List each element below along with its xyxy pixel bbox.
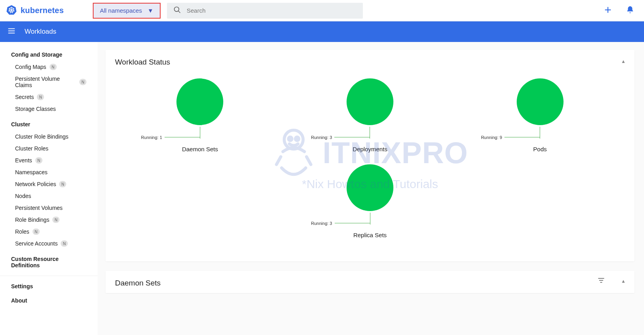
sidebar[interactable]: Config and Storage Config MapsN Persiste…: [0, 42, 98, 335]
sidebar-heading-config-storage[interactable]: Config and Storage: [0, 48, 98, 61]
chart-status-label: Running: 1: [141, 135, 162, 140]
chart-name: Deployments: [353, 146, 387, 152]
sidebar-heading-cluster[interactable]: Cluster: [0, 118, 98, 131]
sidebar-item-label: Network Policies: [15, 181, 56, 187]
sidebar-item-label: Persistent Volume Claims: [15, 76, 76, 88]
menu-toggle-button[interactable]: [7, 27, 16, 37]
sidebar-item-label: Cluster Roles: [15, 145, 48, 152]
namespaced-badge: N: [33, 228, 40, 235]
svg-line-10: [178, 11, 180, 13]
search-icon: [173, 6, 181, 15]
filter-button[interactable]: [597, 276, 605, 286]
sidebar-item-pvc[interactable]: Persistent Volume ClaimsN: [0, 73, 98, 91]
kubernetes-logo-icon: [6, 5, 17, 17]
namespaced-badge: N: [79, 79, 86, 85]
chart-status-label: Running: 3: [311, 135, 332, 140]
namespaced-badge: N: [59, 181, 66, 187]
sidebar-item-label: Events: [15, 157, 32, 164]
sidebar-item-config-maps[interactable]: Config MapsN: [0, 61, 98, 73]
sidebar-item-label: Persistent Volumes: [15, 205, 63, 211]
chart-leader-line: Running: 3: [370, 211, 370, 225]
sidebar-item-label: Role Bindings: [15, 217, 49, 223]
status-chart-pods: Running: 9 Pods: [456, 78, 624, 152]
chart-status-label: Running: 9: [481, 135, 502, 140]
collapse-card-button[interactable]: ▲: [621, 59, 626, 64]
workload-status-charts: Running: 1 Daemon Sets Running: 3 Deploy…: [115, 67, 625, 250]
donut-chart: [517, 78, 564, 125]
sidebar-item-label: Nodes: [15, 193, 31, 199]
sidebar-item-secrets[interactable]: SecretsN: [0, 91, 98, 103]
namespace-selector-label: All namespaces: [100, 7, 142, 14]
chart-leader-line: Running: 9: [540, 125, 540, 139]
top-bar: kubernetes All namespaces ▼: [0, 0, 644, 21]
sidebar-item-label: Namespaces: [15, 169, 48, 175]
sidebar-item-role-bindings[interactable]: Role BindingsN: [0, 214, 98, 226]
sidebar-item-cluster-role-bindings[interactable]: Cluster Role Bindings: [0, 131, 98, 143]
sidebar-item-service-accounts[interactable]: Service AccountsN: [0, 238, 98, 249]
sidebar-item-cluster-roles[interactable]: Cluster Roles: [0, 143, 98, 154]
donut-chart: [347, 164, 393, 211]
collapse-card-button[interactable]: ▲: [621, 278, 626, 284]
chart-name: Pods: [533, 146, 547, 152]
logo-text: kubernetes: [21, 6, 64, 15]
namespaced-badge: N: [50, 64, 57, 70]
status-chart-deployments: Running: 3 Deployments: [286, 78, 454, 152]
sidebar-item-network-policies[interactable]: Network PoliciesN: [0, 178, 98, 190]
main: Config and Storage Config MapsN Persiste…: [0, 42, 644, 335]
sidebar-item-nodes[interactable]: Nodes: [0, 190, 98, 202]
top-actions: [604, 0, 634, 21]
sidebar-item-label: Service Accounts: [15, 240, 58, 247]
sidebar-item-label: Cluster Role Bindings: [15, 133, 69, 140]
namespace-selector[interactable]: All namespaces ▼: [93, 3, 161, 19]
sidebar-item-label: Secrets: [15, 94, 34, 100]
sidebar-item-persistent-volumes[interactable]: Persistent Volumes: [0, 202, 98, 214]
sidebar-item-roles[interactable]: RolesN: [0, 226, 98, 238]
sidebar-item-label: Roles: [15, 228, 29, 235]
chart-status-label: Running: 3: [311, 221, 332, 226]
chart-name: Replica Sets: [353, 232, 387, 238]
sidebar-item-about[interactable]: About: [0, 294, 98, 307]
chevron-down-icon: ▼: [148, 7, 153, 14]
chart-leader-line: Running: 1: [200, 125, 200, 139]
workload-status-card: Workload Status ▲ ITNIXPRO: [105, 50, 634, 261]
sidebar-item-storage-classes[interactable]: Storage Classes: [0, 103, 98, 115]
chart-leader-line: Running: 3: [370, 125, 370, 139]
namespaced-badge: N: [61, 240, 68, 247]
page-header: Workloads: [0, 21, 644, 42]
page-title: Workloads: [25, 28, 56, 36]
search-box[interactable]: [167, 3, 363, 19]
status-chart-replica-sets: Running: 3 Replica Sets: [115, 164, 625, 238]
sidebar-divider: [0, 276, 98, 276]
status-chart-daemon-sets: Running: 1 Daemon Sets: [116, 78, 284, 152]
logo[interactable]: kubernetes: [6, 5, 92, 17]
sidebar-item-events[interactable]: EventsN: [0, 154, 98, 166]
notifications-button[interactable]: [626, 6, 634, 16]
sidebar-item-label: Storage Classes: [15, 106, 56, 112]
sidebar-item-namespaces[interactable]: Namespaces: [0, 166, 98, 178]
donut-chart: [176, 78, 223, 125]
content[interactable]: Workload Status ▲ ITNIXPRO: [98, 42, 644, 335]
donut-chart: [347, 78, 393, 125]
card-title: Workload Status: [115, 58, 625, 67]
namespaced-badge: N: [35, 157, 42, 164]
namespaced-badge: N: [52, 217, 59, 223]
card-title: Daemon Sets: [115, 279, 625, 287]
sidebar-heading-crd[interactable]: Custom Resource Definitions: [0, 253, 98, 272]
search-input[interactable]: [187, 7, 356, 14]
sidebar-item-label: Config Maps: [15, 64, 46, 70]
daemon-sets-card: Daemon Sets ▲: [105, 271, 634, 293]
namespaced-badge: N: [37, 94, 44, 100]
sidebar-item-settings[interactable]: Settings: [0, 280, 98, 293]
create-button[interactable]: [604, 6, 612, 16]
chart-name: Daemon Sets: [182, 146, 218, 152]
svg-point-9: [174, 7, 179, 11]
